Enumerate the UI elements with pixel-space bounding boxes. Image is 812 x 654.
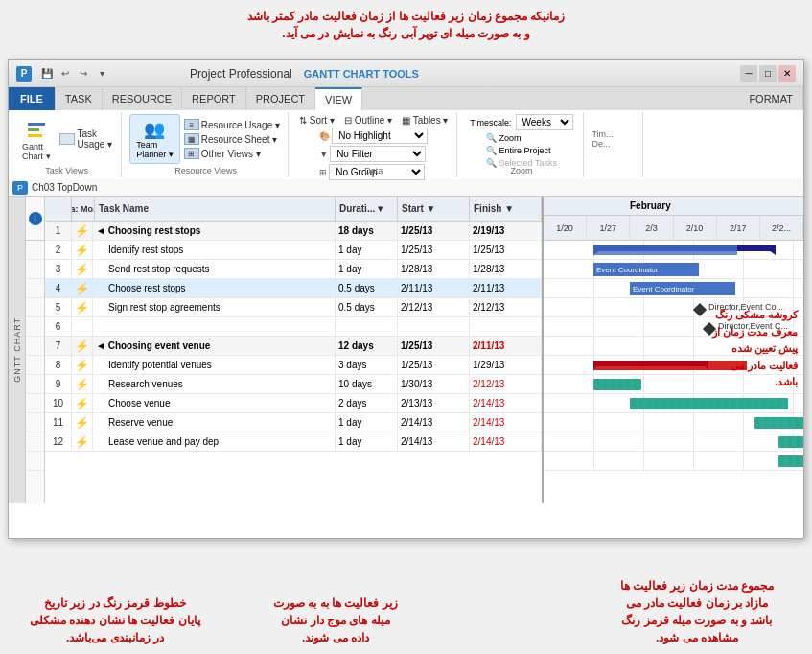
gantt-row-9 [544,394,803,413]
cell-mode-10: ⚡ [72,394,93,412]
tab-view[interactable]: VIEW [315,87,362,110]
tab-task[interactable]: TASK [56,87,103,110]
task-usage-label: TaskUsage ▾ [78,128,113,150]
info-cell-5 [26,317,44,337]
cell-id-4: 4 [45,279,72,297]
table-row[interactable]: 3 ⚡ Send rest stop requests 1 day 1/28/1… [45,260,542,279]
resource-views-items: ≡ Resource Usage ▾ ▦ Resource Sheet ▾ ⊞ … [182,118,282,160]
table-row[interactable]: 10 ⚡ Choose venue 2 days 2/13/13 2/14/13 [45,394,542,413]
highlight-icon: 🎨 [319,131,330,141]
task-arrow-8: ⚡ [75,359,89,372]
resource-sheet-button[interactable]: ▦ Resource Sheet ▾ [182,132,282,146]
gantt-bar-10 [754,417,803,429]
save-button[interactable]: 💾 [39,66,55,82]
gantt-month-row: February [544,197,803,216]
week-col-4: 2/10 [674,216,717,241]
col-header-duration[interactable]: Durati... ▾ [336,197,398,221]
table-row[interactable]: 9 ⚡ Research venues 10 days 1/30/13 2/12… [45,375,542,394]
filter-select[interactable]: No Filter [330,146,426,162]
gantt-bar-1-sub [593,245,737,255]
tables-button[interactable]: ▦ Tables ▾ [399,114,451,127]
zoom-button[interactable]: 🔍 Zoom [484,132,559,144]
info-cell-6 [26,337,44,356]
resource-usage-button[interactable]: ≡ Resource Usage ▾ [182,118,282,131]
cell-mode-9: ⚡ [72,375,93,393]
tab-project[interactable]: PROJECT [246,87,315,110]
close-button[interactable]: ✕ [778,65,796,82]
cell-duration-2: 1 day [336,241,398,259]
bottom-mid-title: زیر فعالیت ها به به صورت [240,595,431,612]
cell-mode-6 [72,317,93,336]
bottom-right-body: مازاد بر زمان فعالیت مادر می باشد و به ص… [592,595,802,646]
col-header-start[interactable]: Start ▼ [398,197,470,221]
redo-button[interactable]: ↪ [76,66,91,82]
zoom-group: Timescale: Weeks 🔍 Zoom 🔍 Entire Project… [459,112,584,177]
tab-format[interactable]: FORMAT [739,87,803,110]
other-views-button[interactable]: ⊞ Other Views ▾ [182,147,282,160]
info-cell-12 [26,452,44,471]
app-window: P 💾 ↩ ↪ ▾ Project Professional GANTT CHA… [8,59,804,539]
timescale-select[interactable]: Weeks [516,114,573,130]
task-usage-icon [59,133,75,145]
team-planner-button[interactable]: 👥 TeamPlanner ▾ [129,114,180,164]
col-header-mode[interactable]: Ta: Mo... [72,197,95,221]
timescale-label-small: Timescale: [470,118,511,128]
task-arrow-2: ⚡ [75,244,89,257]
entire-project-button[interactable]: 🔍 Entire Project [484,145,559,156]
task-arrow-11: ⚡ [75,416,89,430]
cell-finish-6 [470,317,542,336]
timelines-label: Tim...De... [592,129,613,149]
table-row[interactable]: 7 ⚡ ◄ Choosing event venue 12 days 1/25/… [45,337,542,356]
task-arrow-5: ⚡ [75,301,89,315]
ribbon-tabs: FILE TASK RESOURCE REPORT PROJECT VIEW F… [9,87,803,110]
table-row[interactable]: 4 ⚡ Choose rest stops 0.5 days 2/11/13 2… [45,279,542,298]
bottom-annotation-mid: زیر فعالیت ها به به صورت میله های موج دا… [240,595,431,646]
highlight-select[interactable]: No Highlight [332,128,428,144]
info-header: i [26,197,44,241]
undo-button[interactable]: ↩ [58,66,73,82]
right-annotation-title: کروشه مشکی رنگ [712,307,798,324]
table-header: Ta: Mo... Task Name Durati... ▾ Start ▼ … [45,197,542,222]
cell-finish-12: 2/14/13 [470,432,542,451]
cell-name-11: Reserve venue [93,413,336,432]
info-cell-10 [26,413,44,432]
col-header-finish[interactable]: Finish ▼ [470,197,542,221]
outline-button[interactable]: ⊟ Outline ▾ [341,114,395,127]
table-row[interactable]: 2 ⚡ Identify rest stops 1 day 1/25/13 1/… [45,241,542,260]
sort-button[interactable]: ⇅ Sort ▾ [296,114,337,127]
cell-duration-3: 1 day [336,260,398,278]
task-table: Ta: Mo... Task Name Durati... ▾ Start ▼ … [45,197,544,503]
table-row[interactable]: 11 ⚡ Reserve venue 1 day 2/14/13 2/14/13 [45,413,542,432]
cell-id-8: 8 [45,356,72,374]
col-header-name[interactable]: Task Name [95,197,336,221]
minimize-button[interactable]: ─ [740,65,757,82]
svg-rect-0 [28,123,45,126]
gantt-tools-label: GANTT CHART TOOLS [304,68,419,80]
task-usage-button[interactable]: TaskUsage ▾ [57,128,116,151]
chart-sidebar-label: GNTT CHART [12,317,22,383]
gantt-chart-button[interactable]: GanttChart ▾ [18,116,55,163]
right-annotation-body: معرف مدت زمان ازپیش تعیین شدهفعالیت مادر… [712,324,798,391]
cell-finish-5: 2/12/13 [470,298,542,316]
gantt-week-row: 1/20 1/27 2/3 2/10 2/17 2/2... [544,216,803,241]
window-controls: ─ □ ✕ [740,65,796,82]
tab-report[interactable]: REPORT [182,87,246,110]
project-title-bar: Ch03 TopDown [32,182,97,193]
maximize-button[interactable]: □ [759,65,777,82]
tab-file[interactable]: FILE [9,87,56,110]
table-row[interactable]: 6 [45,317,542,337]
table-row[interactable]: 12 ⚡ Lease venue and pay dep 1 day 2/14/… [45,432,542,452]
cell-id-1: 1 [45,222,72,240]
info-cell-4 [26,298,44,317]
timelines-group: Tim...De... [586,112,643,177]
table-row[interactable]: 5 ⚡ Sign rest stop agreements 0.5 days 2… [45,298,542,317]
tab-resource[interactable]: RESOURCE [103,87,182,110]
cell-name-12: Lease venue and pay dep [93,432,336,451]
week-col-3: 2/3 [630,216,673,241]
table-row[interactable]: 1 ⚡ ◄ Choosing rest stops 18 days 1/25/1… [45,222,542,241]
cell-name-9: Research venues [93,375,336,393]
col-header-id[interactable] [45,197,72,221]
table-row[interactable]: 8 ⚡ Identify potential venues 3 days 1/2… [45,356,542,375]
more-button[interactable]: ▾ [94,66,109,82]
bottom-mid-body: میله های موج دار نشان داده می شوند. [240,612,431,646]
